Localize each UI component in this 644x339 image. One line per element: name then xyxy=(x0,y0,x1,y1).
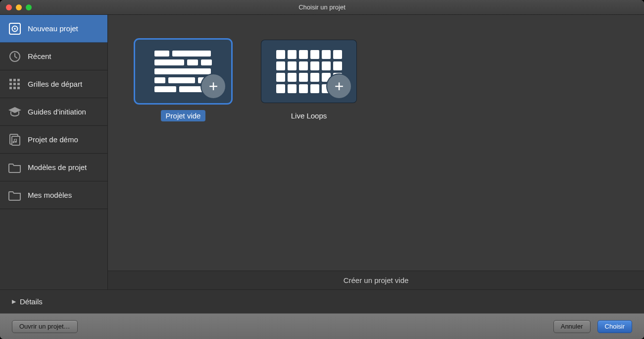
sidebar-item-demo-project[interactable]: Projet de démo xyxy=(0,126,107,154)
template-label: Projet vide xyxy=(161,110,206,121)
svg-rect-10 xyxy=(9,87,12,89)
open-project-button[interactable]: Ouvrir un projet… xyxy=(12,320,78,333)
sidebar-item-tutorials[interactable]: Guides d'initiation xyxy=(0,98,107,126)
sidebar-item-recent[interactable]: Récent xyxy=(0,43,107,70)
details-disclosure[interactable]: ▶ Détails xyxy=(0,289,644,313)
cancel-button[interactable]: Annuler xyxy=(553,320,591,333)
sidebar-item-label: Projet de démo xyxy=(28,135,78,144)
sidebar-item-label: Nouveau projet xyxy=(28,24,78,33)
sidebar-item-label: Grilles de départ xyxy=(28,80,82,88)
music-doc-icon xyxy=(8,133,22,147)
template-empty-project[interactable]: + Projet vide xyxy=(135,40,231,121)
template-thumbnail: + xyxy=(261,40,357,103)
sidebar-item-starter-grids[interactable]: Grilles de départ xyxy=(0,70,107,98)
sidebar-item-label: Récent xyxy=(28,52,51,60)
sidebar-item-label: Modèles de projet xyxy=(28,163,87,171)
main-area: + Projet vide + Live Loops xyxy=(108,15,644,289)
svg-rect-12 xyxy=(17,87,20,89)
graduation-cap-icon xyxy=(8,105,22,119)
template-thumbnail: + xyxy=(135,40,231,103)
template-description: Créer un projet vide xyxy=(108,271,644,289)
folder-icon xyxy=(8,161,22,174)
details-label: Détails xyxy=(20,297,43,306)
sidebar-item-label: Mes modèles xyxy=(28,191,72,199)
clock-icon xyxy=(8,50,22,63)
sidebar-item-project-templates[interactable]: Modèles de projet xyxy=(0,154,107,181)
plus-icon: + xyxy=(201,74,225,98)
template-label: Live Loops xyxy=(286,110,332,121)
sidebar-item-new-project[interactable]: Nouveau projet xyxy=(0,15,107,43)
footer: Ouvrir un projet… Annuler Choisir xyxy=(0,313,644,339)
template-list: + Projet vide + Live Loops xyxy=(108,15,644,271)
svg-rect-11 xyxy=(13,87,16,89)
svg-rect-4 xyxy=(9,79,12,81)
svg-rect-14 xyxy=(12,136,20,145)
window-title: Choisir un projet xyxy=(0,3,644,11)
project-chooser-window: Choisir un projet Nouveau projet Récent xyxy=(0,0,644,339)
disk-icon xyxy=(8,22,22,36)
titlebar: Choisir un projet xyxy=(0,0,644,15)
template-live-loops[interactable]: + Live Loops xyxy=(261,40,357,121)
svg-point-2 xyxy=(14,28,16,30)
choose-button[interactable]: Choisir xyxy=(597,320,632,333)
grid-icon xyxy=(8,77,22,91)
sidebar-item-my-templates[interactable]: Mes modèles xyxy=(0,181,107,209)
svg-rect-5 xyxy=(13,79,16,81)
folder-icon xyxy=(8,188,22,202)
svg-rect-8 xyxy=(13,83,16,85)
sidebar: Nouveau projet Récent Grilles de départ xyxy=(0,15,108,289)
disclosure-triangle-icon: ▶ xyxy=(12,298,16,305)
svg-rect-7 xyxy=(9,83,12,85)
svg-rect-9 xyxy=(17,83,20,85)
plus-icon: + xyxy=(327,74,351,98)
sidebar-item-label: Guides d'initiation xyxy=(28,108,86,116)
svg-rect-6 xyxy=(17,79,20,81)
